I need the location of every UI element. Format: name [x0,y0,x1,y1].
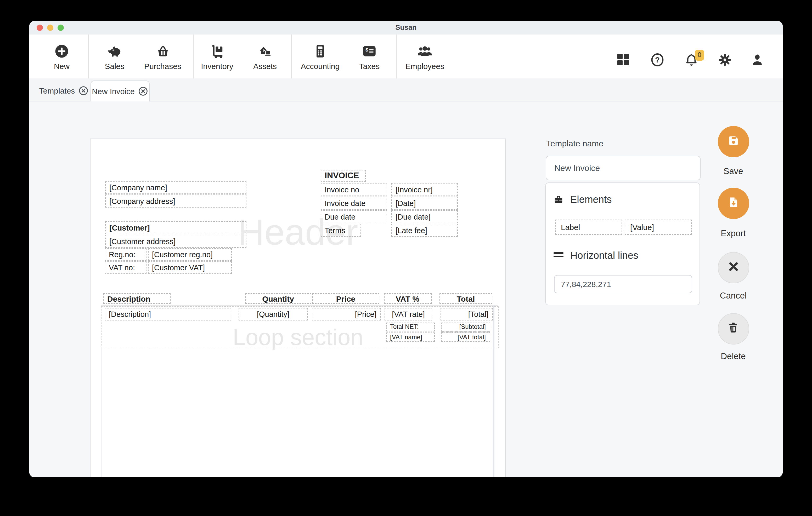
cancel-button-label: Cancel [702,291,765,301]
cancel-button[interactable] [718,252,749,283]
field-row-vat-rate[interactable]: [VAT rate] [384,308,432,320]
window-title: Susan [29,21,783,34]
field-customer[interactable]: [Customer] [105,221,246,234]
column-header-quantity[interactable]: Quantity [245,293,311,304]
toolbar-item-inventory[interactable]: Inventory [191,34,243,79]
field-vatno-label[interactable]: VAT no: [105,262,146,274]
notification-count-badge: 0 [695,50,704,61]
screen: Susan New Sales Purchases [0,0,812,516]
toolbar-item-label: New [36,62,88,70]
svg-text:?: ? [655,55,660,64]
horizontal-lines-title: Horizontal lines [570,250,638,262]
tab-label: New Invoice [92,87,135,96]
toolbar-item-accounting[interactable]: Accounting [294,34,346,79]
user-icon [750,53,764,69]
field-terms-label[interactable]: Terms [320,224,361,237]
toolbox-icon [554,194,563,207]
field-invoice-no-value[interactable]: [Invoice nr] [392,183,458,196]
field-total-net-label[interactable]: Total NET: [386,323,435,331]
element-value-item[interactable]: [Value] [625,219,691,235]
toolbar-item-taxes[interactable]: $ Taxes [343,34,396,79]
close-tab-icon[interactable] [79,86,88,96]
toolbar-item-employees[interactable]: Employees [399,34,451,79]
table-left-border-line [101,347,102,477]
toolbar-item-label: Employees [399,62,451,70]
toolbar-item-new[interactable]: New [36,34,88,79]
elements-title: Elements [570,194,612,206]
template-name-label: Template name [546,139,604,148]
toolbar-item-label: Inventory [191,62,243,70]
field-row-quantity[interactable]: [Quantity] [239,308,308,320]
field-company-name[interactable]: [Company name] [105,181,246,194]
tax-check-icon: $ [343,43,396,59]
field-row-total[interactable]: [Total] [440,308,493,320]
close-x-icon [727,260,740,275]
user-button[interactable] [747,52,768,69]
app-window: Susan New Sales Purchases [29,21,783,477]
export-button[interactable] [718,188,749,219]
toolbar-item-sales[interactable]: Sales [88,34,141,79]
template-name-input[interactable] [545,156,700,180]
toolbar-item-label: Purchases [137,62,189,70]
horizontal-lines-icon [554,252,563,259]
export-button-label: Export [702,228,765,238]
field-due-date-value[interactable]: [Due date] [392,210,458,223]
field-regno-label[interactable]: Reg.no: [105,248,146,261]
tab-templates[interactable]: Templates [40,81,88,101]
column-header-price[interactable]: Price [312,293,379,304]
close-tab-icon[interactable] [138,86,148,96]
field-invoice-title[interactable]: INVOICE [320,170,366,182]
horizontal-line [101,305,498,306]
svg-text:$: $ [366,47,368,53]
toolbar-item-purchases[interactable]: Purchases [137,34,189,79]
horizontal-lines-input[interactable] [554,275,692,293]
tab-bar: Templates New Invoice [29,79,783,101]
field-vat-name[interactable]: [VAT name] [386,332,435,342]
toolbar-item-assets[interactable]: Assets [239,34,291,79]
element-label-item[interactable]: Label [555,219,622,235]
field-terms-value[interactable]: [Late fee] [392,224,458,237]
delete-button[interactable] [718,313,749,344]
toolbar-item-label: Sales [88,62,141,70]
column-header-vat[interactable]: VAT % [384,293,431,304]
hand-truck-icon [191,43,243,59]
column-header-total[interactable]: Total [439,293,492,304]
field-invoice-no-label[interactable]: Invoice no [320,183,387,196]
elements-card: Elements Label [Value] Horizontal lines [545,182,700,305]
basket-icon [137,43,189,59]
field-vatno-value[interactable]: [Customer VAT] [148,262,232,274]
piggy-bank-icon [88,43,141,59]
field-regno-value[interactable]: [Customer reg.no] [148,248,232,261]
field-invoice-date-value[interactable]: [Date] [392,196,458,210]
toolbar-item-label: Assets [239,62,291,70]
tab-new-invoice[interactable]: New Invoice [90,81,150,101]
delete-button-label: Delete [702,351,765,361]
toolbar-item-label: Accounting [294,62,346,70]
field-customer-address[interactable]: [Customer address] [105,235,246,248]
field-row-price[interactable]: [Price] [312,308,381,320]
help-button[interactable]: ? [647,52,668,69]
field-company-address[interactable]: [Company address] [105,194,246,208]
toolbar-item-label: Taxes [343,62,396,70]
template-canvas: Header Loop section [Company name] [Comp… [90,138,506,477]
export-file-icon [726,195,740,211]
trash-icon [727,321,740,336]
field-row-description[interactable]: [Description] [105,308,231,320]
settings-button[interactable] [714,52,735,69]
field-vat-total[interactable]: [VAT total] [441,332,490,342]
plus-circle-icon [36,43,88,59]
field-subtotal-value[interactable]: [Subtotal] [441,323,490,331]
field-due-date-label[interactable]: Due date [320,210,387,223]
column-header-description[interactable]: Description [103,293,170,304]
toolbar-separator [396,34,396,79]
toolbar-separator [291,34,292,79]
save-button[interactable] [718,126,749,157]
tab-label: Templates [39,86,75,95]
people-icon [399,43,451,59]
calculator-icon [294,43,346,59]
apps-grid-button[interactable] [613,52,634,69]
save-button-label: Save [702,166,765,176]
toolbar: New Sales Purchases Inventory [29,34,783,79]
assets-icon [239,43,291,59]
field-invoice-date-label[interactable]: Invoice date [320,196,387,210]
